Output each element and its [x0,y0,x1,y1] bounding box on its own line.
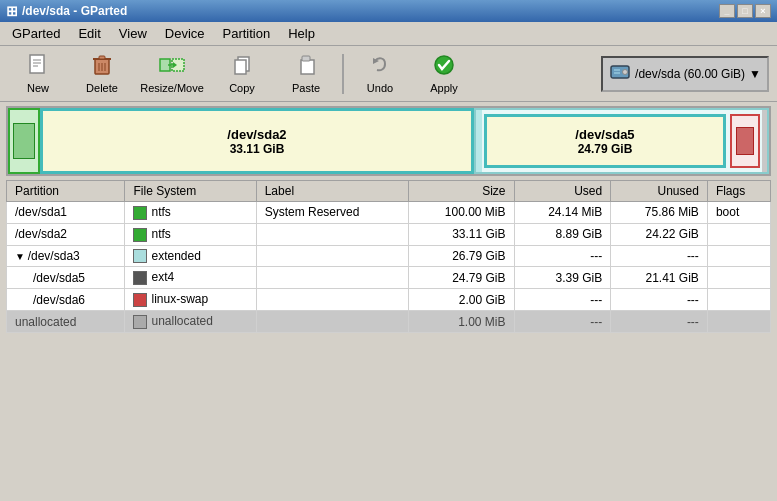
paste-button[interactable]: Paste [276,50,336,98]
table-row[interactable]: ▼ /dev/sda3extended26.79 GiB------ [7,245,771,267]
cell-used: --- [514,311,611,333]
device-icon [609,61,631,86]
device-selector[interactable]: /dev/sda (60.00 GiB) ▼ [601,56,769,92]
cell-unused: 21.41 GiB [611,267,708,289]
col-filesystem: File System [125,181,256,202]
cell-size: 33.11 GiB [408,223,514,245]
copy-icon [230,53,254,80]
cell-unused: 75.86 MiB [611,202,708,224]
cell-partition: ▼ /dev/sda3 [7,245,125,267]
cell-partition: /dev/sda2 [7,223,125,245]
vis-sda2-label: /dev/sda2 [227,127,286,142]
close-button[interactable]: × [755,4,771,18]
cell-unused: 24.22 GiB [611,223,708,245]
col-size: Size [408,181,514,202]
device-arrow: ▼ [749,67,761,81]
vis-sda2-size: 33.11 GiB [230,142,285,156]
vis-sda5-size: 24.79 GiB [578,142,633,156]
copy-button[interactable]: Copy [212,50,272,98]
vis-sda1[interactable] [8,108,40,174]
table-row[interactable]: unallocatedunallocated1.00 MiB------ [7,311,771,333]
vis-unalloc [762,110,767,172]
toolbar: New Delete Resize/Move [0,46,777,102]
paste-icon [294,53,318,80]
menu-edit[interactable]: Edit [70,24,108,43]
cell-unused: --- [611,245,708,267]
svg-rect-17 [302,56,310,61]
cell-filesystem: extended [125,245,256,267]
menu-device[interactable]: Device [157,24,213,43]
undo-label: Undo [367,82,393,94]
cell-flags: boot [707,202,770,224]
vis-sda6-fill [736,127,754,155]
cell-filesystem: unallocated [125,311,256,333]
menu-help[interactable]: Help [280,24,323,43]
resize-label: Resize/Move [140,82,204,94]
delete-icon [90,53,114,80]
col-partition: Partition [7,181,125,202]
cell-label [256,311,408,333]
vis-sda3-left [476,110,482,172]
cell-filesystem: ntfs [125,223,256,245]
cell-filesystem: ext4 [125,267,256,289]
cell-size: 2.00 GiB [408,289,514,311]
table-row[interactable]: /dev/sda2ntfs33.11 GiB8.89 GiB24.22 GiB [7,223,771,245]
apply-icon [432,53,456,80]
vis-sda2[interactable]: /dev/sda2 33.11 GiB [40,108,474,174]
svg-rect-6 [99,56,105,59]
menu-view[interactable]: View [111,24,155,43]
menu-gparted[interactable]: GParted [4,24,68,43]
menu-partition[interactable]: Partition [215,24,279,43]
cell-size: 24.79 GiB [408,267,514,289]
undo-button[interactable]: Undo [350,50,410,98]
new-button[interactable]: New [8,50,68,98]
cell-partition: unallocated [7,311,125,333]
cell-partition: /dev/sda1 [7,202,125,224]
col-used: Used [514,181,611,202]
table-row[interactable]: /dev/sda1ntfsSystem Reserved100.00 MiB24… [7,202,771,224]
titlebar-left: ⊞ /dev/sda - GParted [6,3,127,19]
partition-visualizer: /dev/sda2 33.11 GiB /dev/sda5 24.79 GiB [6,106,771,176]
apply-button[interactable]: Apply [414,50,474,98]
svg-rect-16 [301,60,314,74]
toolbar-separator [342,54,344,94]
cell-used: --- [514,245,611,267]
col-label: Label [256,181,408,202]
table-row[interactable]: /dev/sda5ext424.79 GiB3.39 GiB21.41 GiB [7,267,771,289]
cell-used: 24.14 MiB [514,202,611,224]
apply-label: Apply [430,82,458,94]
col-flags: Flags [707,181,770,202]
cell-flags [707,245,770,267]
window-title: /dev/sda - GParted [22,4,127,18]
cell-flags [707,289,770,311]
titlebar: ⊞ /dev/sda - GParted _ □ × [0,0,777,22]
cell-flags [707,223,770,245]
partition-table: Partition File System Label Size Used Un… [6,180,771,333]
new-label: New [27,82,49,94]
vis-sda5[interactable]: /dev/sda5 24.79 GiB [484,114,726,168]
table-header: Partition File System Label Size Used Un… [7,181,771,202]
delete-label: Delete [86,82,118,94]
cell-size: 1.00 MiB [408,311,514,333]
titlebar-controls: _ □ × [719,4,771,18]
vis-sda3[interactable]: /dev/sda5 24.79 GiB [474,108,769,174]
cell-partition: /dev/sda6 [7,289,125,311]
cell-flags [707,311,770,333]
cell-filesystem: ntfs [125,202,256,224]
undo-icon [368,53,392,80]
resize-button[interactable]: Resize/Move [136,50,208,98]
maximize-button[interactable]: □ [737,4,753,18]
vis-sda5-label: /dev/sda5 [575,127,634,142]
delete-button[interactable]: Delete [72,50,132,98]
cell-filesystem: linux-swap [125,289,256,311]
copy-label: Copy [229,82,255,94]
cell-label [256,245,408,267]
cell-used: 8.89 GiB [514,223,611,245]
device-label: /dev/sda (60.00 GiB) [635,67,745,81]
minimize-button[interactable]: _ [719,4,735,18]
paste-label: Paste [292,82,320,94]
vis-sda6[interactable] [730,114,760,168]
table-row[interactable]: /dev/sda6linux-swap2.00 GiB------ [7,289,771,311]
cell-unused: --- [611,289,708,311]
table-body: /dev/sda1ntfsSystem Reserved100.00 MiB24… [7,202,771,333]
